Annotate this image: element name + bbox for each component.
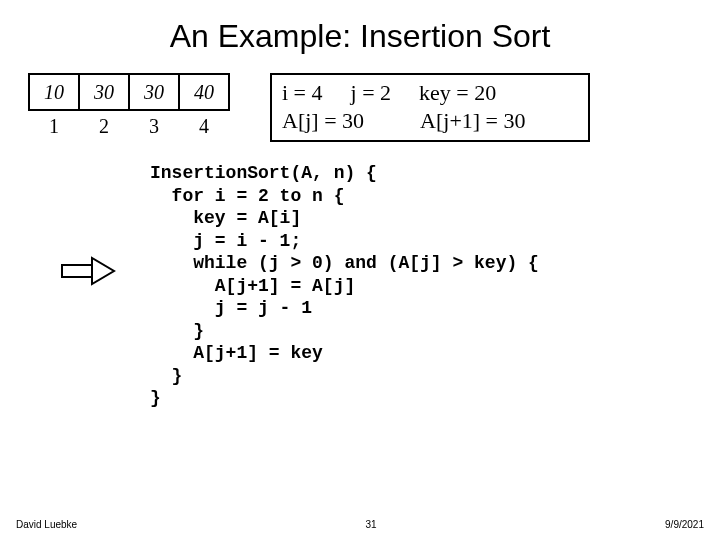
content-row: 10 30 30 40 1 2 3 4 i = 4 j = 2 key = 20… [0, 73, 720, 142]
array-cells: 10 30 30 40 [28, 73, 230, 111]
array-cell: 30 [128, 73, 180, 111]
code-area: InsertionSort(A, n) { for i = 2 to n { k… [0, 162, 720, 410]
footer-page: 31 [366, 519, 377, 530]
array-index: 4 [178, 115, 230, 138]
state-aj: A[j] = 30 [282, 107, 364, 135]
state-j: j = 2 [351, 79, 392, 107]
state-key: key = 20 [419, 79, 496, 107]
array-cell: 10 [28, 73, 80, 111]
footer-author: David Luebke [16, 519, 77, 530]
array-block: 10 30 30 40 1 2 3 4 [28, 73, 230, 138]
state-i: i = 4 [282, 79, 323, 107]
footer-date: 9/9/2021 [665, 519, 704, 530]
array-cell: 30 [78, 73, 130, 111]
arrow-icon [60, 256, 116, 290]
svg-marker-1 [92, 258, 114, 284]
state-aj1: A[j+1] = 30 [420, 107, 525, 135]
array-index: 1 [28, 115, 80, 138]
array-index: 3 [128, 115, 180, 138]
array-index: 2 [78, 115, 130, 138]
footer: David Luebke 31 9/9/2021 [0, 519, 720, 530]
array-cell: 40 [178, 73, 230, 111]
code-listing: InsertionSort(A, n) { for i = 2 to n { k… [150, 162, 720, 410]
state-box: i = 4 j = 2 key = 20 A[j] = 30 A[j+1] = … [270, 73, 590, 142]
svg-rect-0 [62, 265, 92, 277]
page-title: An Example: Insertion Sort [0, 0, 720, 73]
array-indices: 1 2 3 4 [28, 115, 230, 138]
